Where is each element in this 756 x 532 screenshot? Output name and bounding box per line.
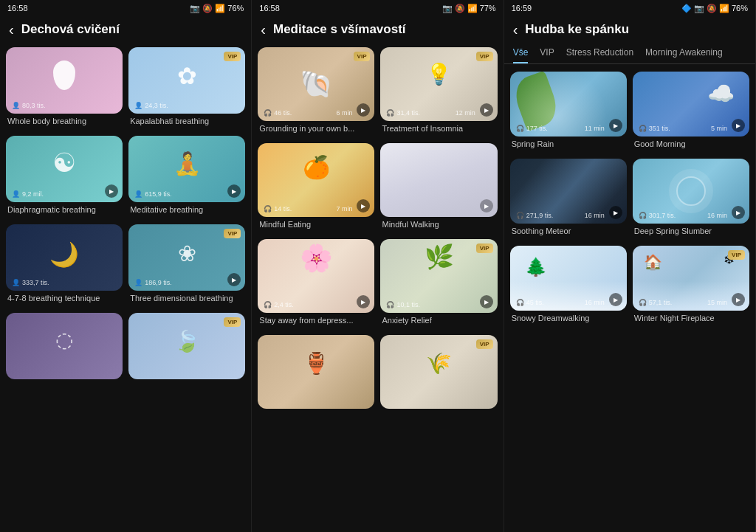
vip-badge: VIP (224, 52, 241, 61)
card-label: Mindful Eating (258, 220, 374, 233)
header-3: ‹ Hudba ke spánku (504, 16, 755, 43)
decorative-icon: ◌ (6, 328, 123, 352)
flower-icon: 🌸 (300, 243, 333, 274)
list-item[interactable]: 🧘 👤 615,9 tis. ▶ Meditative breathing (128, 136, 245, 218)
list-item[interactable]: VIP 🍃 (128, 313, 245, 387)
tab-stress[interactable]: Stress Reduction (566, 43, 633, 63)
tab-all[interactable]: Vše (513, 43, 529, 63)
decorative-icon: 🏺 (258, 335, 374, 376)
cards-grid-3: 🎧 177 tis. 11 min ▶ Spring Rain ☁️ 🎧 351… (510, 72, 749, 327)
card-meta: 🎧 271,9 tis. (516, 212, 554, 219)
play-button[interactable]: ▶ (357, 295, 370, 308)
list-item[interactable]: 🏺 (258, 335, 374, 416)
vip-badge: VIP (728, 250, 745, 260)
list-item[interactable]: 🍊 🎧 14 tis. 7 min ▶ Mindful Eating (258, 143, 374, 233)
card-label: Meditative breathing (128, 205, 245, 218)
card-label: Spring Rain (510, 139, 627, 153)
list-item[interactable]: VIP 🏠 ❄ 🎧 57,1 tis. 15 min ▶ Winter Nigh… (633, 246, 749, 327)
card-meta: 🎧 57,1 tis. (639, 299, 673, 306)
tab-vip[interactable]: VIP (540, 43, 554, 63)
card-meta: 🎧 31,4 tis. (386, 109, 420, 117)
time-3: 16:59 (512, 4, 532, 13)
card-image: VIP 💡 🎧 31,4 tis. 12 min ▶ (380, 47, 497, 121)
play-button[interactable]: ▶ (609, 119, 622, 132)
tab-morning[interactable]: Morning Awakening (645, 43, 723, 63)
back-button-3[interactable]: ‹ (513, 22, 518, 37)
play-button[interactable]: ▶ (227, 273, 241, 286)
tree-icon: 🌲 (525, 257, 547, 277)
card-image: ◌ (6, 313, 123, 379)
play-button[interactable]: ▶ (609, 206, 622, 219)
card-duration: 16 min (585, 212, 605, 219)
play-button[interactable]: ▶ (732, 119, 745, 132)
card-meta: 👤 24,3 tis. (134, 102, 168, 109)
card-meta: 🎧 2,4 tis. (264, 301, 294, 308)
play-button[interactable]: ▶ (480, 103, 493, 117)
list-item[interactable]: 🎧 271,9 tis. 16 min ▶ Soothing Meteor (510, 159, 627, 240)
card-label (258, 412, 374, 416)
card-label: Winter Night Fireplace (633, 314, 749, 327)
vip-badge: VIP (224, 229, 241, 238)
card-image: VIP 🌾 (380, 335, 497, 409)
list-item[interactable]: ☁️ 🎧 351 tis. 5 min ▶ Good Morning (633, 72, 749, 153)
card-image: 🌙 👤 333,7 tis. (6, 224, 123, 291)
card-image: 🌸 🎧 2,4 tis. ▶ (258, 239, 374, 313)
list-item[interactable]: ◌ (6, 313, 123, 387)
meditate-icon: 🧘 (128, 151, 245, 176)
card-label: Soothing Meteor (510, 227, 627, 240)
list-item[interactable]: 🌙 👤 333,7 tis. 4-7-8 breathing technique (6, 224, 123, 307)
play-button[interactable]: ▶ (609, 293, 622, 306)
card-meta: 🎧 351 tis. (639, 125, 670, 132)
card-image: VIP ✿ 👤 24,3 tis. (128, 47, 245, 114)
list-item[interactable]: VIP ✿ 👤 24,3 tis. Kapalabhati breathing (128, 47, 245, 130)
list-item[interactable]: VIP 🌾 (380, 335, 497, 416)
back-button-2[interactable]: ‹ (261, 22, 266, 37)
content-3: 🎧 177 tis. 11 min ▶ Spring Rain ☁️ 🎧 351… (504, 67, 755, 532)
card-image: 🍊 🎧 14 tis. 7 min ▶ (258, 143, 374, 217)
page-title-1: Dechová cvičení (21, 22, 120, 37)
play-button[interactable]: ▶ (732, 293, 745, 306)
list-item[interactable]: 👤 80,3 tis. Whole body breathing (6, 47, 123, 130)
card-meta: 🎧 10,1 tis. (386, 301, 420, 308)
status-icons-2: 📷 🔕 📶 77% (442, 4, 496, 13)
list-item[interactable]: VIP 💡 🎧 31,4 tis. 12 min ▶ Treatment of … (380, 47, 497, 137)
cards-grid-1: 👤 80,3 tis. Whole body breathing VIP ✿ 👤… (6, 47, 245, 387)
lotus-icon: ❀ (128, 241, 245, 266)
status-icons-3: 🔷 📷 🔕 📶 76% (681, 4, 748, 13)
list-item[interactable]: 🎧 301,7 tis. 16 min ▶ Deep Spring Slumbe… (633, 159, 749, 240)
play-button[interactable]: ▶ (227, 184, 241, 198)
card-duration: 5 min (711, 125, 727, 132)
flower-icon: ✿ (128, 62, 245, 90)
card-duration: 7 min (336, 205, 352, 213)
list-item[interactable]: VIP ❀ 👤 186,9 tis. ▶ Three dimensional b… (128, 224, 245, 307)
card-label: Grounding in your own b... (258, 124, 374, 137)
list-item[interactable]: VIP 🌿 🎧 10,1 tis. ▶ Anxiety Relief (380, 239, 497, 329)
card-image: VIP 🐚 🎧 46 tis. 6 min ▶ (258, 47, 374, 121)
card-duration: 16 min (585, 299, 605, 306)
list-item[interactable]: ▶ Mindful Walking (380, 143, 497, 233)
play-button[interactable]: ▶ (480, 295, 493, 308)
card-image: 🎧 177 tis. 11 min ▶ (510, 72, 627, 137)
list-item[interactable]: 🌸 🎧 2,4 tis. ▶ Stay away from depress... (258, 239, 374, 329)
status-icons-1: 📷 🔕 📶 76% (190, 4, 244, 13)
play-button[interactable]: ▶ (480, 199, 493, 213)
card-label: Whole body breathing (6, 117, 123, 130)
card-label: 4-7-8 breathing technique (6, 294, 123, 307)
list-item[interactable]: VIP 🐚 🎧 46 tis. 6 min ▶ Grounding in you… (258, 47, 374, 137)
card-label: Deep Spring Slumber (633, 227, 749, 240)
card-label: Kapalabhati breathing (128, 117, 245, 130)
play-button[interactable]: ▶ (732, 206, 745, 219)
card-meta: 👤 9,2 mil. (12, 190, 44, 198)
vip-badge: VIP (354, 52, 371, 61)
play-button[interactable]: ▶ (357, 103, 370, 117)
back-button-1[interactable]: ‹ (9, 22, 14, 37)
list-item[interactable]: 🎧 177 tis. 11 min ▶ Spring Rain (510, 72, 627, 153)
play-button[interactable]: ▶ (357, 199, 370, 213)
time-1: 16:58 (7, 4, 28, 13)
card-label: Treatment of Insomnia (380, 124, 497, 137)
list-item[interactable]: ☯ 👤 9,2 mil. ▶ Diaphragmatic breathing (6, 136, 123, 218)
list-item[interactable]: 🌲 🎧 45 tis. 16 min ▶ Snowy Dreamwalking (510, 246, 627, 327)
content-2: VIP 🐚 🎧 46 tis. 6 min ▶ Grounding in you… (252, 43, 503, 532)
play-button[interactable]: ▶ (105, 184, 118, 198)
panel-sleep-music: 16:59 🔷 📷 🔕 📶 76% ‹ Hudba ke spánku Vše … (504, 0, 756, 532)
